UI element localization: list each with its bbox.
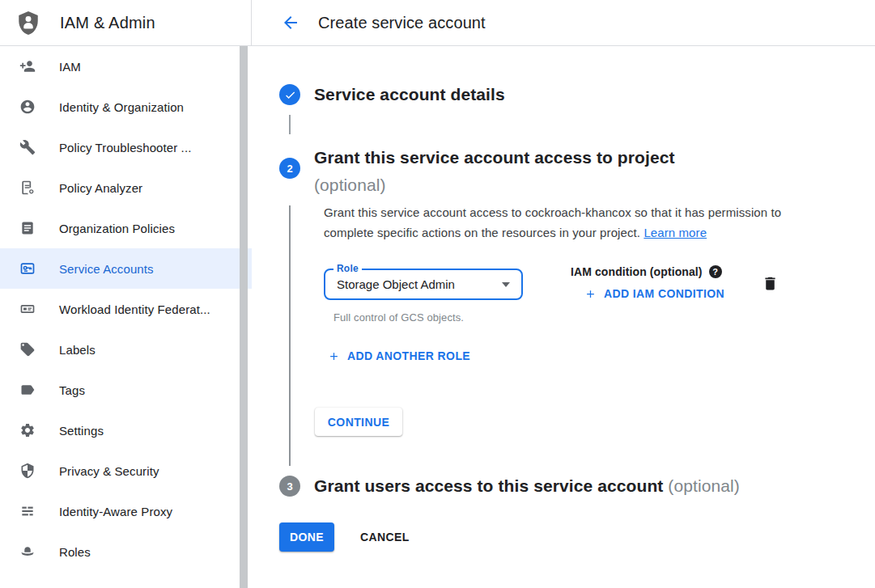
continue-button[interactable]: CONTINUE bbox=[315, 408, 402, 436]
back-arrow-icon[interactable] bbox=[281, 13, 300, 32]
sidebar-item-service-accounts[interactable]: Service Accounts bbox=[0, 248, 252, 289]
plus-icon bbox=[584, 288, 597, 300]
sidebar-scrollbar[interactable] bbox=[240, 46, 248, 588]
create-service-account-form: Service account details 2 Grant this ser… bbox=[252, 46, 875, 588]
sidebar-item-label: Policy Troubleshooter ... bbox=[59, 141, 191, 154]
sidebar-item-workload-identity-federation[interactable]: Workload Identity Federat... bbox=[0, 289, 252, 329]
plus-icon bbox=[328, 350, 340, 362]
service-account-key-icon bbox=[19, 260, 36, 277]
step-1-title: Service account details bbox=[314, 81, 505, 108]
step-2-description: Grant this service account access to coc… bbox=[324, 202, 797, 243]
step-3-title: Grant users access to this service accou… bbox=[314, 472, 740, 500]
policy-analyzer-icon bbox=[19, 180, 36, 196]
account-circle-icon bbox=[19, 99, 36, 115]
sidebar-nav: IAM Identity & Organization Policy Troub… bbox=[0, 46, 252, 588]
help-icon[interactable] bbox=[709, 265, 722, 278]
iam-condition-label: IAM condition (optional) bbox=[571, 265, 703, 278]
sidebar-item-label: Policy Analyzer bbox=[59, 181, 142, 195]
role-select[interactable]: Role Storage Object Admin bbox=[324, 269, 523, 300]
person-add-icon bbox=[19, 58, 36, 74]
top-bar: IAM & Admin Create service account bbox=[0, 0, 875, 46]
price-tag-icon bbox=[19, 341, 36, 357]
sidebar-item-labels[interactable]: Labels bbox=[0, 329, 252, 370]
step-2-optional-label: (optional) bbox=[314, 171, 675, 199]
cancel-button[interactable]: CANCEL bbox=[360, 531, 410, 544]
sidebar-item-privacy-security[interactable]: Privacy & Security bbox=[0, 451, 252, 491]
sidebar-item-identity-aware-proxy[interactable]: Identity-Aware Proxy bbox=[0, 491, 252, 531]
page-header: Create service account bbox=[252, 0, 875, 45]
delete-role-button[interactable] bbox=[762, 275, 779, 294]
trash-icon bbox=[762, 275, 779, 292]
stepper-connector bbox=[289, 115, 291, 134]
step-1-complete-check-icon bbox=[279, 84, 300, 105]
sidebar-item-roles[interactable]: Roles bbox=[0, 531, 252, 572]
role-helper-text: Full control of GCS objects. bbox=[333, 311, 523, 324]
app-title: IAM & Admin bbox=[60, 14, 155, 32]
role-field-column: Role Storage Object Admin Full control o… bbox=[324, 269, 523, 324]
sidebar-header: IAM & Admin bbox=[0, 0, 252, 45]
chevron-down-icon bbox=[502, 282, 510, 287]
sidebar-item-identity-organization[interactable]: Identity & Organization bbox=[0, 87, 252, 127]
done-button[interactable]: DONE bbox=[279, 522, 334, 552]
sidebar-item-policy-troubleshooter[interactable]: Policy Troubleshooter ... bbox=[0, 127, 252, 167]
role-field-label: Role bbox=[333, 263, 362, 274]
learn-more-link[interactable]: Learn more bbox=[644, 226, 707, 239]
sidebar-item-label: Service Accounts bbox=[59, 262, 154, 276]
iam-shield-icon bbox=[15, 6, 42, 39]
form-actions: DONE CANCEL bbox=[279, 522, 875, 552]
sidebar-item-label: Settings bbox=[59, 424, 104, 438]
step-2-title: Grant this service account access to pro… bbox=[314, 144, 675, 171]
tag-arrow-icon bbox=[19, 382, 36, 398]
step-2-grant-access: 2 Grant this service account access to p… bbox=[279, 144, 875, 199]
step-2-body: Grant this service account access to coc… bbox=[324, 202, 875, 436]
sidebar-item-label: Identity & Organization bbox=[59, 100, 184, 114]
sidebar-item-label: Identity-Aware Proxy bbox=[59, 505, 172, 518]
sidebar-item-label: Privacy & Security bbox=[59, 464, 159, 478]
document-list-icon bbox=[19, 220, 36, 236]
step-3-grant-users-access: 3 Grant users access to this service acc… bbox=[279, 472, 875, 500]
proxy-stripes-icon bbox=[19, 503, 36, 519]
step-2-badge: 2 bbox=[279, 158, 300, 179]
step-3-optional-label: (optional) bbox=[668, 476, 740, 495]
role-selected-value: Storage Object Admin bbox=[337, 277, 455, 291]
sidebar-item-settings[interactable]: Settings bbox=[0, 410, 252, 451]
iam-condition-column: IAM condition (optional) ADD IAM CONDITI… bbox=[571, 265, 724, 300]
page-title: Create service account bbox=[318, 14, 486, 32]
sidebar-item-label: IAM bbox=[59, 60, 81, 74]
sidebar-item-organization-policies[interactable]: Organization Policies bbox=[0, 208, 252, 248]
wrench-icon bbox=[19, 139, 36, 155]
sidebar-item-iam[interactable]: IAM bbox=[0, 46, 252, 87]
sidebar-item-label: Organization Policies bbox=[59, 222, 175, 235]
id-card-icon bbox=[19, 301, 36, 317]
iam-admin-app: IAM & Admin Create service account IAM I… bbox=[0, 0, 875, 588]
shield-half-icon bbox=[19, 463, 36, 479]
sidebar-item-policy-analyzer[interactable]: Policy Analyzer bbox=[0, 167, 252, 208]
gear-icon bbox=[19, 422, 36, 438]
sidebar-item-label: Roles bbox=[59, 545, 91, 559]
add-iam-condition-button[interactable]: ADD IAM CONDITION bbox=[584, 287, 724, 300]
sidebar-item-tags[interactable]: Tags bbox=[0, 370, 252, 410]
step-3-badge: 3 bbox=[279, 476, 300, 497]
sidebar-item-label: Workload Identity Federat... bbox=[59, 302, 210, 316]
sidebar-item-label: Tags bbox=[59, 383, 85, 397]
sidebar-item-label: Labels bbox=[59, 343, 96, 357]
add-another-role-button[interactable]: ADD ANOTHER ROLE bbox=[328, 349, 470, 362]
hat-icon bbox=[19, 544, 36, 560]
step-1-service-account-details: Service account details bbox=[279, 81, 875, 108]
